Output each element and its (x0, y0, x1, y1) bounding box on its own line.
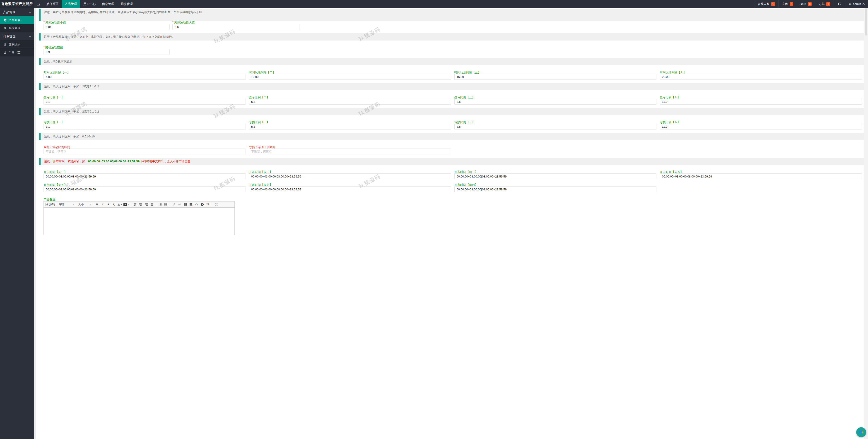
field-label: 时间玩法间隔【二】 (249, 71, 434, 74)
sidebar-item-product-list[interactable]: 产品列表 (0, 16, 34, 24)
time-interval-2-input[interactable] (249, 74, 434, 80)
risk-min-input[interactable] (43, 24, 170, 30)
div-icon: DIV</> (207, 203, 209, 206)
profit-ratio-1-input[interactable] (43, 99, 246, 104)
align-justify-button[interactable] (149, 202, 155, 207)
font-family-select[interactable]: 字体 (58, 202, 75, 207)
tab-dashboard[interactable]: 后台首页 (43, 0, 62, 8)
sidebar-group-orders[interactable]: 订单管理 (0, 33, 34, 40)
risk-fields-row: *风控波动最小值 *风控波动最大值 (43, 21, 434, 30)
time-interval-1-input[interactable] (43, 74, 246, 80)
unlink-icon (178, 203, 181, 206)
align-left-button[interactable] (132, 202, 138, 207)
tab-product-management[interactable]: 产品管理 (62, 0, 80, 8)
loss-ratio-row: 亏损比例【一】 亏损比例【二】 亏损比例【三】 亏损比例【四】 (43, 121, 434, 129)
toolbar-separator (156, 203, 156, 206)
tab-user-center[interactable]: 用户中心 (80, 0, 99, 8)
svg-text:2: 2 (159, 205, 159, 206)
field-market-monday: 开市时间【周一】 (43, 171, 246, 179)
bg-color-button[interactable]: A (123, 202, 130, 207)
image-button[interactable] (188, 202, 194, 207)
bg-color-swatch: A (123, 203, 127, 206)
market-saturday-input[interactable] (249, 186, 434, 192)
product-remark-label: 产品备注 (43, 198, 434, 201)
sidebar-group-product[interactable]: 产品管理 (0, 8, 34, 16)
field-market-saturday: 开市时间【周六】 (249, 184, 434, 192)
layers-icon (3, 19, 7, 22)
sidebar-item-label: 平仓日志 (9, 50, 21, 54)
note-random-range: 注意：产品获取接口值后，会加上+-此处的值。如5，则在接口获取的数据中加上-5~… (39, 33, 434, 40)
field-label: *风控波动最大值 (173, 21, 300, 24)
field-label: 时间玩法间隔【一】 (43, 71, 246, 74)
align-center-icon (139, 203, 142, 206)
sidebar-group-label: 订单管理 (3, 34, 16, 38)
maximize-button[interactable] (213, 202, 219, 207)
caret-down-icon (90, 204, 91, 205)
market-friday-input[interactable] (43, 186, 246, 192)
maximize-icon (215, 203, 218, 206)
random-range-input[interactable] (43, 49, 170, 55)
table-button[interactable] (182, 202, 188, 207)
profit-ratio-row: 盈亏比例【一】 盈亏比例【二】 盈亏比例【三】 盈亏比例【四】 (43, 96, 434, 104)
bold-button[interactable]: B (94, 202, 100, 207)
sidebar-toggle-button[interactable] (34, 0, 43, 8)
field-label: 开市时间【周六】 (249, 184, 434, 186)
text-color-button[interactable]: A (117, 202, 123, 207)
remove-format-button[interactable]: Ix (111, 202, 117, 207)
field-loss-ratio-1: 亏损比例【一】 (43, 121, 246, 129)
loss-ratio-2-input[interactable] (249, 124, 434, 129)
risk-max-input[interactable] (173, 24, 300, 30)
special-char-button[interactable]: Ω (194, 202, 199, 207)
chevron-down-icon (29, 11, 31, 13)
field-label: 亏损下浮动比例区间 (249, 146, 434, 149)
random-range-row: *随机波动范围 (43, 46, 434, 55)
font-size-select[interactable]: 大小 (77, 202, 92, 207)
field-label: 盈亏比例【二】 (249, 96, 434, 99)
profit-float-input[interactable] (43, 149, 246, 154)
note-float-range: 注意：填入比例区间，例如：0.01-0.10 (39, 133, 434, 140)
italic-button[interactable]: I (100, 202, 105, 207)
market-monday-input[interactable] (43, 174, 246, 179)
profit-ratio-2-input[interactable] (249, 99, 434, 104)
field-label: 开市时间【周二】 (249, 171, 434, 174)
field-label: 盈利上浮动比例区间 (43, 146, 246, 149)
loss-ratio-1-input[interactable] (43, 124, 246, 129)
loss-float-input[interactable] (249, 149, 434, 154)
align-justify-icon (150, 203, 154, 206)
sidebar-item-label: 风控管理 (9, 26, 21, 30)
caret-down-icon (121, 204, 122, 205)
sidebar-item-label: 产品列表 (9, 18, 21, 22)
unordered-list-button[interactable] (163, 202, 168, 207)
strikethrough-button[interactable]: S (105, 202, 111, 207)
top-navbar: 香港数字资产交易所 后台首页 产品管理 用户中心 信息管理 系统管理 在线人数 … (0, 0, 434, 8)
field-label: 亏损比例【二】 (249, 121, 434, 124)
flash-button[interactable] (199, 202, 205, 207)
editor-content-area[interactable] (44, 208, 235, 220)
font-select-label: 字体 (59, 202, 65, 207)
omega-glyph: Ω (195, 202, 197, 206)
note-zero-hidden: 注意：填0表示不显示 (39, 58, 434, 65)
sidebar-item-trade-flow[interactable]: 交易流水 (0, 40, 34, 49)
source-label: 源码 (49, 202, 55, 207)
field-label: *随机波动范围 (43, 46, 170, 49)
field-label: 开市时间【周一】 (43, 171, 246, 174)
field-profit-ratio-1: 盈亏比例【一】 (43, 96, 246, 104)
svg-text:1: 1 (159, 203, 159, 204)
align-right-icon (145, 203, 148, 206)
link-icon (173, 203, 176, 206)
align-center-button[interactable] (138, 202, 144, 207)
unlink-button[interactable] (177, 202, 182, 207)
market-tuesday-input[interactable] (249, 174, 434, 179)
link-button[interactable] (171, 202, 177, 207)
source-button[interactable]: 源码 (45, 202, 56, 207)
align-right-button[interactable] (144, 202, 149, 207)
sidebar-item-close-log[interactable]: 平仓日志 (0, 49, 34, 56)
tab-info-management[interactable]: 信息管理 (99, 0, 117, 8)
ordered-list-icon: 12 (159, 203, 162, 206)
ordered-list-button[interactable]: 12 (157, 202, 163, 207)
div-container-button[interactable]: DIV</> (205, 202, 211, 207)
sidebar-item-risk-management[interactable]: 风控管理 (0, 24, 34, 32)
required-asterisk: * (43, 21, 44, 24)
float-range-row: 盈利上浮动比例区间 亏损下浮动比例区间 (43, 146, 434, 154)
tab-system-management[interactable]: 系统管理 (117, 0, 136, 8)
